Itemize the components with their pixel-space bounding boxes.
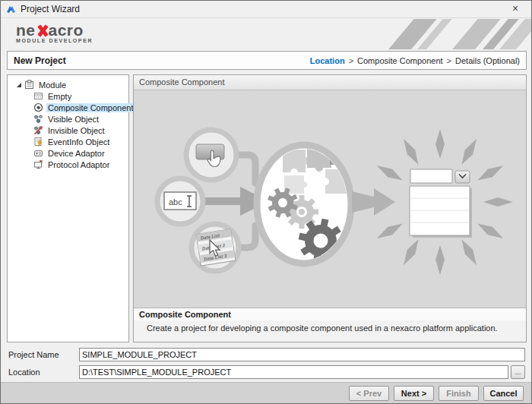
nexacro-app-icon [6,5,16,14]
logo-text-left: ne [16,23,36,38]
composite-component-illustration: abc Data List Data List 2 Data List 3 [134,90,526,308]
title-bar: Project Wizard × [1,1,531,18]
breadcrumb-separator: > [447,56,451,65]
textbox-source-circle: abc [157,178,203,224]
tree-item-eventinfo-object[interactable]: EventInfo Object [8,136,128,147]
engine-ellipse [257,145,351,267]
finish-button[interactable]: Finish [439,386,479,401]
next-button[interactable]: Next > [394,386,434,401]
tree-item-module[interactable]: Module [8,79,128,90]
logo-text-right: acro [49,23,84,38]
breadcrumb-separator: > [349,56,353,65]
window-title: Project Wizard [21,4,80,14]
brand-band: neacro MODULE DEVELOPER [1,19,531,49]
tree-item-visible-object[interactable]: Visible Object [8,113,128,125]
logo-wordmark: neacro [16,23,93,38]
footer-bar: < Prev Next > Finish Cancel [1,382,531,404]
tree-item-invisible-object[interactable]: Invisible Object [8,125,128,136]
empty-window-icon [33,91,43,101]
logo-tagline: MODULE DEVELOPER [16,38,93,43]
button-source-circle [186,130,236,180]
breadcrumb-step-location[interactable]: Location [310,56,345,65]
eventinfo-object-icon [33,137,43,147]
module-clipboard-icon [24,80,34,90]
description-title: Composite Component [134,308,526,320]
location-input[interactable] [79,365,508,379]
browse-button[interactable]: ... [511,365,525,379]
tree-item-label[interactable]: Device Adaptor [46,149,106,158]
tree-item-empty[interactable]: Empty [8,90,128,102]
tree-item-label[interactable]: EventInfo Object [46,137,111,147]
input-arrow-shaft [202,197,242,205]
tree-item-protocol-adaptor[interactable]: Protocol Adaptor [8,159,128,170]
protocol-adaptor-icon [33,159,43,169]
detail-panel: Composite Component [133,74,527,342]
tree-item-label[interactable]: Empty [46,92,73,101]
datalist-source-circle: Data List Data List 2 Data List 3 [192,224,239,271]
visible-object-icon [33,114,43,124]
composite-component-icon [33,103,43,112]
combobox-result [410,169,472,238]
tree-expander-icon[interactable] [17,83,21,87]
decorative-stripes [356,19,531,49]
prev-button[interactable]: < Prev [349,386,389,401]
tree-item-label[interactable]: Module [37,80,68,90]
tree-item-label[interactable]: Protocol Adaptor [46,160,111,169]
tree-item-composite-component[interactable]: Composite Component [8,102,128,113]
breadcrumb-step-details[interactable]: Details (Optional) [455,56,520,65]
page-header-bar: New Project Location > Composite Compone… [7,51,527,70]
tree-item-label[interactable]: Composite Component [46,103,135,112]
description-text: Create a project for developing a compos… [134,320,526,342]
project-name-input[interactable] [79,348,525,361]
device-adaptor-icon [33,148,43,158]
breadcrumb: Location > Composite Component > Details… [310,56,520,65]
tree-item-label[interactable]: Invisible Object [46,126,106,135]
page-title: New Project [14,55,66,66]
logo-x-icon [36,25,48,36]
location-label: Location [8,365,40,379]
tree-item-label[interactable]: Visible Object [46,115,100,124]
abc-sample-text: abc [169,197,182,207]
project-wizard-dialog: Project Wizard × neacro MODULE DEVELOPER… [0,0,532,404]
cancel-button[interactable]: Cancel [483,386,524,401]
close-button[interactable]: × [502,1,528,17]
tree-item-device-adaptor[interactable]: Device Adaptor [8,147,128,159]
nexacro-logo: neacro MODULE DEVELOPER [16,23,93,43]
detail-panel-header: Composite Component [134,75,526,90]
invisible-object-icon [33,125,43,135]
project-name-label: Project Name [8,348,59,361]
breadcrumb-step-composite-component[interactable]: Composite Component [357,56,443,65]
module-type-tree: Module Empty Composite Component [7,74,129,342]
